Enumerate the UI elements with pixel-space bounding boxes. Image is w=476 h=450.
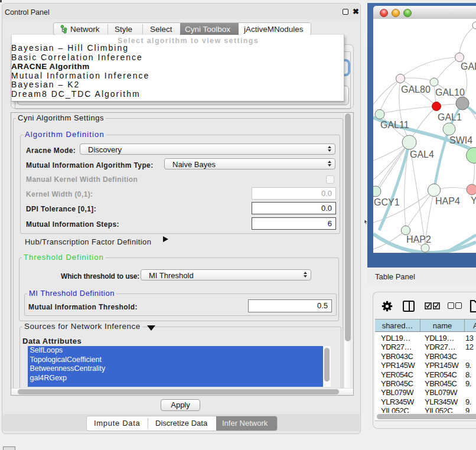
- svg-text:GAL80: GAL80: [401, 84, 431, 94]
- svg-text:GAL4: GAL4: [410, 149, 434, 159]
- svg-text:YM: YM: [471, 195, 476, 206]
- svg-text:SWI4: SWI4: [449, 135, 472, 145]
- svg-text:HAP4: HAP4: [435, 196, 460, 206]
- svg-text:GAL11: GAL11: [380, 120, 409, 130]
- svg-text:GAL2: GAL2: [461, 61, 476, 71]
- svg-text:GAL10: GAL10: [435, 87, 465, 97]
- svg-text:GCY1: GCY1: [374, 197, 400, 207]
- svg-text:GAL1: GAL1: [438, 112, 462, 122]
- svg-text:HAP2: HAP2: [406, 234, 431, 244]
